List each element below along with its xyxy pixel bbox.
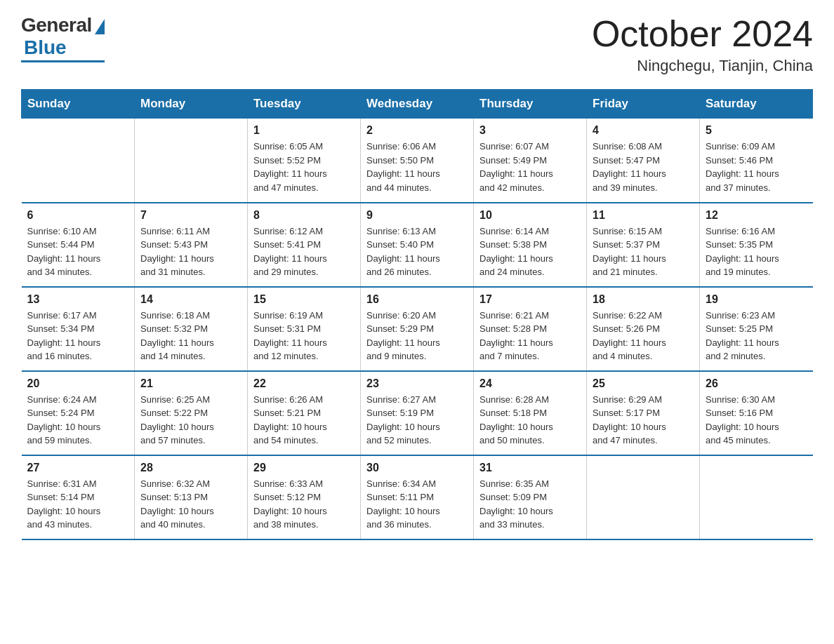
header-friday: Friday bbox=[587, 90, 700, 119]
day-number: 7 bbox=[140, 209, 241, 222]
day-info: Sunrise: 6:26 AM Sunset: 5:21 PM Dayligh… bbox=[253, 393, 355, 448]
day-info: Sunrise: 6:28 AM Sunset: 5:18 PM Dayligh… bbox=[479, 393, 581, 448]
calendar-cell: 5Sunrise: 6:09 AM Sunset: 5:46 PM Daylig… bbox=[700, 119, 813, 203]
calendar-cell: 25Sunrise: 6:29 AM Sunset: 5:17 PM Dayli… bbox=[587, 371, 700, 455]
calendar-cell: 31Sunrise: 6:35 AM Sunset: 5:09 PM Dayli… bbox=[474, 455, 587, 539]
calendar-cell: 29Sunrise: 6:33 AM Sunset: 5:12 PM Dayli… bbox=[248, 455, 361, 539]
logo: General Blue bbox=[21, 14, 105, 62]
day-info: Sunrise: 6:12 AM Sunset: 5:41 PM Dayligh… bbox=[253, 224, 355, 279]
day-info: Sunrise: 6:20 AM Sunset: 5:29 PM Dayligh… bbox=[366, 309, 468, 363]
calendar-cell: 10Sunrise: 6:14 AM Sunset: 5:38 PM Dayli… bbox=[474, 203, 587, 287]
day-number: 14 bbox=[140, 293, 241, 306]
day-info: Sunrise: 6:22 AM Sunset: 5:26 PM Dayligh… bbox=[593, 309, 694, 363]
day-info: Sunrise: 6:18 AM Sunset: 5:32 PM Dayligh… bbox=[140, 309, 241, 363]
calendar-cell: 26Sunrise: 6:30 AM Sunset: 5:16 PM Dayli… bbox=[700, 371, 813, 455]
calendar-cell: 7Sunrise: 6:11 AM Sunset: 5:43 PM Daylig… bbox=[135, 203, 248, 287]
day-info: Sunrise: 6:10 AM Sunset: 5:44 PM Dayligh… bbox=[27, 224, 129, 279]
calendar-cell: 12Sunrise: 6:16 AM Sunset: 5:35 PM Dayli… bbox=[700, 203, 813, 287]
title-block: October 2024 Ningchegu, Tianjin, China bbox=[592, 14, 813, 75]
day-number: 3 bbox=[479, 124, 581, 137]
calendar-cell: 9Sunrise: 6:13 AM Sunset: 5:40 PM Daylig… bbox=[361, 203, 474, 287]
day-info: Sunrise: 6:32 AM Sunset: 5:13 PM Dayligh… bbox=[140, 477, 241, 532]
day-info: Sunrise: 6:08 AM Sunset: 5:47 PM Dayligh… bbox=[593, 140, 694, 194]
calendar-cell: 1Sunrise: 6:05 AM Sunset: 5:52 PM Daylig… bbox=[248, 119, 361, 203]
calendar-cell: 13Sunrise: 6:17 AM Sunset: 5:34 PM Dayli… bbox=[22, 287, 135, 371]
day-number: 21 bbox=[140, 377, 241, 390]
header-row: Sunday Monday Tuesday Wednesday Thursday… bbox=[22, 90, 813, 119]
day-info: Sunrise: 6:17 AM Sunset: 5:34 PM Dayligh… bbox=[27, 309, 129, 363]
calendar-cell: 18Sunrise: 6:22 AM Sunset: 5:26 PM Dayli… bbox=[587, 287, 700, 371]
day-info: Sunrise: 6:15 AM Sunset: 5:37 PM Dayligh… bbox=[593, 224, 694, 279]
day-number: 30 bbox=[366, 462, 468, 474]
calendar-cell bbox=[700, 455, 813, 539]
day-number: 19 bbox=[706, 293, 807, 306]
calendar-cell: 16Sunrise: 6:20 AM Sunset: 5:29 PM Dayli… bbox=[361, 287, 474, 371]
day-number: 25 bbox=[593, 377, 694, 390]
day-info: Sunrise: 6:05 AM Sunset: 5:52 PM Dayligh… bbox=[253, 140, 355, 194]
calendar-cell: 14Sunrise: 6:18 AM Sunset: 5:32 PM Dayli… bbox=[135, 287, 248, 371]
day-number: 27 bbox=[27, 462, 129, 474]
calendar-cell: 28Sunrise: 6:32 AM Sunset: 5:13 PM Dayli… bbox=[135, 455, 248, 539]
logo-blue-text: Blue bbox=[24, 36, 67, 59]
logo-underline bbox=[21, 60, 105, 62]
calendar-header: Sunday Monday Tuesday Wednesday Thursday… bbox=[22, 90, 813, 119]
day-info: Sunrise: 6:30 AM Sunset: 5:16 PM Dayligh… bbox=[706, 393, 807, 448]
page-header: General Blue October 2024 Ningchegu, Tia… bbox=[21, 14, 813, 75]
calendar-cell: 21Sunrise: 6:25 AM Sunset: 5:22 PM Dayli… bbox=[135, 371, 248, 455]
calendar-cell: 11Sunrise: 6:15 AM Sunset: 5:37 PM Dayli… bbox=[587, 203, 700, 287]
calendar-cell bbox=[22, 119, 135, 203]
day-number: 18 bbox=[593, 293, 694, 306]
day-number: 6 bbox=[27, 209, 129, 222]
calendar-cell: 3Sunrise: 6:07 AM Sunset: 5:49 PM Daylig… bbox=[474, 119, 587, 203]
logo-triangle-icon bbox=[95, 19, 105, 34]
day-number: 12 bbox=[706, 209, 807, 222]
day-number: 9 bbox=[366, 209, 468, 222]
calendar-week-row: 1Sunrise: 6:05 AM Sunset: 5:52 PM Daylig… bbox=[22, 119, 813, 203]
calendar-cell bbox=[587, 455, 700, 539]
calendar-cell: 23Sunrise: 6:27 AM Sunset: 5:19 PM Dayli… bbox=[361, 371, 474, 455]
calendar-table: Sunday Monday Tuesday Wednesday Thursday… bbox=[21, 89, 813, 540]
calendar-cell: 4Sunrise: 6:08 AM Sunset: 5:47 PM Daylig… bbox=[587, 119, 700, 203]
day-info: Sunrise: 6:14 AM Sunset: 5:38 PM Dayligh… bbox=[479, 224, 581, 279]
calendar-cell: 20Sunrise: 6:24 AM Sunset: 5:24 PM Dayli… bbox=[22, 371, 135, 455]
day-number: 15 bbox=[253, 293, 355, 306]
day-number: 23 bbox=[366, 377, 468, 390]
day-number: 4 bbox=[593, 124, 694, 137]
header-monday: Monday bbox=[135, 90, 248, 119]
location: Ningchegu, Tianjin, China bbox=[592, 57, 813, 75]
calendar-cell bbox=[135, 119, 248, 203]
calendar-cell: 6Sunrise: 6:10 AM Sunset: 5:44 PM Daylig… bbox=[22, 203, 135, 287]
calendar-cell: 19Sunrise: 6:23 AM Sunset: 5:25 PM Dayli… bbox=[700, 287, 813, 371]
day-info: Sunrise: 6:11 AM Sunset: 5:43 PM Dayligh… bbox=[140, 224, 241, 279]
calendar-week-row: 13Sunrise: 6:17 AM Sunset: 5:34 PM Dayli… bbox=[22, 287, 813, 371]
day-info: Sunrise: 6:34 AM Sunset: 5:11 PM Dayligh… bbox=[366, 477, 468, 532]
calendar-cell: 15Sunrise: 6:19 AM Sunset: 5:31 PM Dayli… bbox=[248, 287, 361, 371]
day-number: 2 bbox=[366, 124, 468, 137]
calendar-cell: 27Sunrise: 6:31 AM Sunset: 5:14 PM Dayli… bbox=[22, 455, 135, 539]
header-thursday: Thursday bbox=[474, 90, 587, 119]
day-number: 24 bbox=[479, 377, 581, 390]
day-info: Sunrise: 6:27 AM Sunset: 5:19 PM Dayligh… bbox=[366, 393, 468, 448]
calendar-cell: 24Sunrise: 6:28 AM Sunset: 5:18 PM Dayli… bbox=[474, 371, 587, 455]
day-info: Sunrise: 6:25 AM Sunset: 5:22 PM Dayligh… bbox=[140, 393, 241, 448]
day-info: Sunrise: 6:07 AM Sunset: 5:49 PM Dayligh… bbox=[479, 140, 581, 194]
calendar-week-row: 27Sunrise: 6:31 AM Sunset: 5:14 PM Dayli… bbox=[22, 455, 813, 539]
day-number: 29 bbox=[253, 462, 355, 474]
header-saturday: Saturday bbox=[700, 90, 813, 119]
calendar-week-row: 20Sunrise: 6:24 AM Sunset: 5:24 PM Dayli… bbox=[22, 371, 813, 455]
day-number: 5 bbox=[706, 124, 807, 137]
calendar-cell: 22Sunrise: 6:26 AM Sunset: 5:21 PM Dayli… bbox=[248, 371, 361, 455]
calendar-cell: 30Sunrise: 6:34 AM Sunset: 5:11 PM Dayli… bbox=[361, 455, 474, 539]
day-info: Sunrise: 6:09 AM Sunset: 5:46 PM Dayligh… bbox=[706, 140, 807, 194]
calendar-cell: 2Sunrise: 6:06 AM Sunset: 5:50 PM Daylig… bbox=[361, 119, 474, 203]
day-number: 13 bbox=[27, 293, 129, 306]
day-number: 17 bbox=[479, 293, 581, 306]
day-info: Sunrise: 6:06 AM Sunset: 5:50 PM Dayligh… bbox=[366, 140, 468, 194]
day-number: 10 bbox=[479, 209, 581, 222]
day-number: 16 bbox=[366, 293, 468, 306]
day-number: 8 bbox=[253, 209, 355, 222]
day-info: Sunrise: 6:23 AM Sunset: 5:25 PM Dayligh… bbox=[706, 309, 807, 363]
calendar-week-row: 6Sunrise: 6:10 AM Sunset: 5:44 PM Daylig… bbox=[22, 203, 813, 287]
day-number: 1 bbox=[253, 124, 355, 137]
calendar-cell: 17Sunrise: 6:21 AM Sunset: 5:28 PM Dayli… bbox=[474, 287, 587, 371]
